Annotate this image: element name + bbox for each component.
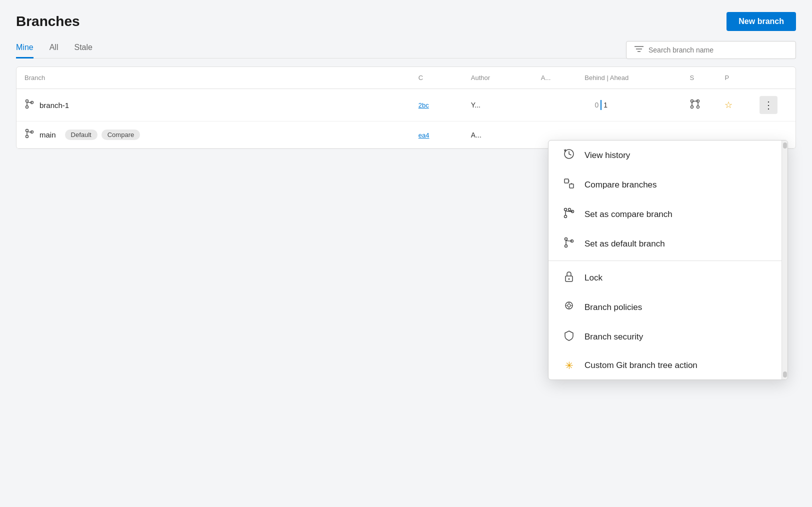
s-cell bbox=[682, 89, 716, 122]
compare-badge[interactable]: Compare bbox=[102, 130, 140, 140]
main-content: Branch C Author A... Behind | Ahead S P bbox=[16, 66, 796, 149]
svg-point-26 bbox=[565, 238, 568, 240]
table-row: branch-1 2bc Y... 0 1 bbox=[16, 89, 796, 122]
menu-item-compare-branches[interactable]: Compare branches bbox=[548, 170, 788, 200]
commit-link[interactable]: ea4 bbox=[418, 132, 430, 139]
compare-branches-icon bbox=[562, 178, 576, 192]
behind-num: 0 bbox=[584, 101, 598, 109]
branch-table: Branch C Author A... Behind | Ahead S P bbox=[16, 67, 796, 148]
menu-label-set-compare-branch: Set as compare branch bbox=[584, 210, 672, 220]
menu-label-lock: Lock bbox=[584, 273, 602, 283]
svg-point-27 bbox=[565, 245, 568, 248]
svg-point-33 bbox=[568, 304, 570, 307]
scrollbar[interactable] bbox=[782, 140, 788, 380]
menu-label-branch-policies: Branch policies bbox=[584, 302, 642, 312]
branch-name: main bbox=[40, 130, 56, 139]
scroll-down-thumb bbox=[783, 372, 787, 378]
menu-label-branch-security: Branch security bbox=[584, 332, 643, 342]
menu-item-lock[interactable]: Lock bbox=[548, 263, 788, 292]
svg-point-8 bbox=[691, 106, 694, 108]
compare-icon[interactable] bbox=[690, 102, 700, 112]
col-header-c: C bbox=[410, 67, 463, 89]
behind-ahead-divider bbox=[600, 100, 602, 110]
table-header-row: Branch C Author A... Behind | Ahead S P bbox=[16, 67, 796, 89]
page-title: Branches bbox=[16, 14, 80, 30]
menu-item-branch-security[interactable]: Branch security bbox=[548, 322, 788, 352]
svg-point-12 bbox=[26, 130, 28, 132]
context-menu: View history Compare branches bbox=[548, 140, 788, 380]
a-cell bbox=[533, 89, 577, 122]
author-cell: A... bbox=[463, 122, 533, 148]
lock-icon bbox=[562, 271, 576, 284]
menu-label-set-default-branch: Set as default branch bbox=[584, 239, 665, 249]
menu-label-custom-git: Custom Git branch tree action bbox=[584, 360, 698, 370]
page-container: Branches New branch Mine All Stale bbox=[0, 0, 812, 507]
star-icon[interactable]: ☆ bbox=[724, 100, 732, 110]
history-icon bbox=[562, 148, 576, 162]
tab-mine[interactable]: Mine bbox=[16, 43, 34, 58]
svg-point-31 bbox=[568, 278, 570, 280]
scroll-up-thumb bbox=[783, 142, 787, 148]
menu-item-set-compare-branch[interactable]: Set as compare branch bbox=[548, 200, 788, 229]
branch-name-cell: main Default Compare bbox=[16, 122, 410, 148]
security-icon bbox=[562, 330, 576, 344]
search-input[interactable] bbox=[648, 46, 788, 54]
col-header-behind-ahead: Behind | Ahead bbox=[576, 67, 682, 89]
branch-icon bbox=[24, 128, 34, 141]
svg-rect-17 bbox=[564, 179, 568, 183]
default-badge: Default bbox=[65, 130, 98, 140]
author-cell: Y... bbox=[463, 89, 533, 122]
filter-icon bbox=[634, 46, 644, 54]
new-branch-button[interactable]: New branch bbox=[726, 12, 796, 31]
branch-name-cell: branch-1 bbox=[16, 89, 410, 122]
search-input-wrap bbox=[626, 41, 796, 59]
tab-stale[interactable]: Stale bbox=[74, 43, 92, 58]
svg-point-10 bbox=[697, 106, 700, 108]
commit-link[interactable]: 2bc bbox=[418, 102, 429, 109]
custom-git-icon: ✳ bbox=[562, 360, 576, 372]
col-header-s: S bbox=[682, 67, 716, 89]
set-compare-icon bbox=[562, 208, 576, 221]
commit-cell: 2bc bbox=[410, 89, 463, 122]
svg-point-22 bbox=[564, 216, 567, 218]
svg-rect-18 bbox=[570, 184, 574, 188]
branch-icon bbox=[24, 99, 34, 112]
tabs-search-row: Mine All Stale bbox=[16, 43, 796, 58]
policies-icon bbox=[562, 300, 576, 314]
actions-cell: ⋮ bbox=[752, 89, 796, 122]
menu-item-branch-policies[interactable]: Branch policies bbox=[548, 292, 788, 322]
col-header-branch: Branch bbox=[16, 67, 410, 89]
svg-point-13 bbox=[26, 136, 28, 138]
svg-point-3 bbox=[26, 100, 28, 102]
col-header-a: A... bbox=[533, 67, 577, 89]
menu-label-view-history: View history bbox=[584, 150, 630, 160]
page-header: Branches New branch bbox=[16, 12, 796, 31]
more-button[interactable]: ⋮ bbox=[760, 96, 778, 114]
search-bar bbox=[626, 41, 796, 59]
behind-ahead-cell: 0 1 bbox=[576, 89, 682, 122]
ahead-num: 1 bbox=[604, 101, 618, 109]
branch-name: branch-1 bbox=[40, 101, 69, 110]
svg-point-21 bbox=[564, 208, 567, 211]
set-default-icon bbox=[562, 237, 576, 250]
p-cell: ☆ bbox=[716, 89, 752, 122]
menu-item-set-default-branch[interactable]: Set as default branch bbox=[548, 229, 788, 258]
menu-item-view-history[interactable]: View history bbox=[548, 140, 788, 170]
branch-badges: Default Compare bbox=[65, 130, 140, 140]
menu-label-compare-branches: Compare branches bbox=[584, 180, 657, 190]
commit-cell: ea4 bbox=[410, 122, 463, 148]
col-header-actions bbox=[752, 67, 796, 89]
menu-divider bbox=[548, 260, 788, 261]
menu-item-custom-git[interactable]: ✳ Custom Git branch tree action bbox=[548, 352, 788, 380]
col-header-author: Author bbox=[463, 67, 533, 89]
svg-point-25 bbox=[568, 208, 571, 211]
tab-all[interactable]: All bbox=[50, 43, 58, 58]
col-header-p: P bbox=[716, 67, 752, 89]
svg-point-4 bbox=[26, 106, 28, 108]
